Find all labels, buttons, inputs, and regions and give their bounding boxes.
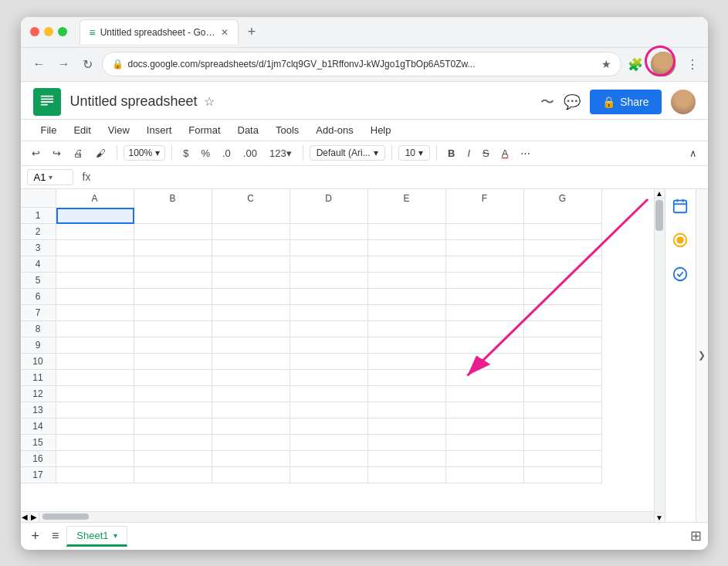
sheet-tab-sheet1[interactable]: Sheet1 ▾ xyxy=(66,526,127,547)
sheet-cell[interactable] xyxy=(56,386,134,402)
scroll-up-button[interactable]: ▲ xyxy=(655,189,664,198)
menu-format[interactable]: Format xyxy=(181,121,228,139)
tab-close-button[interactable]: ✕ xyxy=(221,27,229,38)
sheet-list-button[interactable]: ≡ xyxy=(47,526,63,546)
format-paint-button[interactable]: 🖌 xyxy=(91,144,110,162)
sheet-cell[interactable] xyxy=(524,370,602,386)
menu-tools[interactable]: Tools xyxy=(268,121,306,139)
close-window-button[interactable] xyxy=(30,27,39,36)
sheet-cell[interactable] xyxy=(368,305,446,321)
sheet-cell[interactable] xyxy=(134,451,212,467)
sheet-cell[interactable] xyxy=(212,273,290,289)
sheet-cell[interactable] xyxy=(368,402,446,419)
calendar-sidebar-icon[interactable] xyxy=(669,195,691,217)
dec0-button[interactable]: .0 xyxy=(218,144,235,162)
sheet-cell[interactable] xyxy=(446,451,524,467)
menu-data[interactable]: Data xyxy=(230,121,266,139)
tasks-check-sidebar-icon[interactable] xyxy=(669,263,691,285)
sheet-cell[interactable] xyxy=(368,337,446,354)
sheet-cell[interactable] xyxy=(134,354,212,370)
sheet-cell[interactable] xyxy=(524,451,602,467)
star-button[interactable]: ☆ xyxy=(204,94,215,109)
menu-help[interactable]: Help xyxy=(363,121,399,139)
sheet-cell[interactable] xyxy=(524,305,602,321)
sheet-cell[interactable] xyxy=(56,305,134,321)
sheet-cell[interactable] xyxy=(290,435,368,451)
maximize-window-button[interactable] xyxy=(58,27,67,36)
user-avatar-top[interactable] xyxy=(651,52,676,76)
back-button[interactable]: ← xyxy=(30,54,49,74)
sheet-cell[interactable] xyxy=(134,240,212,256)
trend-icon[interactable]: 〜 xyxy=(540,93,554,111)
sheet-cell[interactable] xyxy=(524,386,602,402)
sheet-cell[interactable] xyxy=(524,419,602,435)
spreadsheet-title[interactable]: Untitled spreadsheet xyxy=(70,93,198,110)
sheet-cell[interactable] xyxy=(290,337,368,354)
formula-input[interactable] xyxy=(100,171,701,183)
sheet-cell[interactable] xyxy=(446,256,524,273)
currency-button[interactable]: $ xyxy=(178,144,193,162)
sheet-cell[interactable] xyxy=(446,273,524,289)
collapse-toolbar-button[interactable]: ∧ xyxy=(685,144,702,162)
menu-insert[interactable]: Insert xyxy=(139,121,180,139)
sheet-cell[interactable] xyxy=(212,435,290,451)
more-button[interactable]: ⋯ xyxy=(516,144,535,162)
cell-reference[interactable]: A1 ▾ xyxy=(27,169,73,185)
sheet-cell[interactable] xyxy=(56,467,134,483)
sheet-cell[interactable] xyxy=(134,208,212,224)
refresh-button[interactable]: ↻ xyxy=(80,54,96,75)
sheet-cell[interactable] xyxy=(290,451,368,467)
comment-icon[interactable]: 💬 xyxy=(564,93,581,110)
sheet-cell[interactable] xyxy=(446,224,524,240)
sheet-cell[interactable] xyxy=(212,224,290,240)
sheet-cell[interactable] xyxy=(368,321,446,337)
menu-view[interactable]: View xyxy=(100,121,137,139)
sheet-cell[interactable] xyxy=(56,419,134,435)
format-num-button[interactable]: 123▾ xyxy=(265,144,296,162)
scroll-left-button[interactable]: ◀ xyxy=(21,512,30,521)
extensions-icon[interactable]: 🧩 xyxy=(628,57,643,72)
sheet-cell[interactable] xyxy=(524,354,602,370)
sheet-cell[interactable] xyxy=(368,289,446,305)
sheet-cell[interactable] xyxy=(56,289,134,305)
sheet-cell[interactable] xyxy=(524,289,602,305)
sheet-cell[interactable] xyxy=(56,224,134,240)
sheet-cell[interactable] xyxy=(446,435,524,451)
sheet-cell[interactable] xyxy=(524,256,602,273)
sheet-cell[interactable] xyxy=(134,273,212,289)
active-tab[interactable]: ≡ Untitled spreadsheet - Google ✕ xyxy=(80,19,239,44)
sheet-cell[interactable] xyxy=(134,305,212,321)
sheet-cell[interactable] xyxy=(368,451,446,467)
menu-addons[interactable]: Add-ons xyxy=(308,121,361,139)
sheet-cell[interactable] xyxy=(134,435,212,451)
sheet-tab-dropdown[interactable]: ▾ xyxy=(113,531,117,540)
sheet-cell[interactable] xyxy=(290,402,368,419)
sheet-cell[interactable] xyxy=(446,208,524,224)
sheet-cell[interactable] xyxy=(56,354,134,370)
sheet-cell[interactable] xyxy=(524,208,602,224)
scroll-right-button[interactable]: ▶ xyxy=(30,512,39,521)
sheet-cell[interactable] xyxy=(368,240,446,256)
sheet-cell[interactable] xyxy=(290,273,368,289)
new-tab-button[interactable]: + xyxy=(245,21,259,43)
sheet-cell[interactable] xyxy=(212,305,290,321)
scroll-down-button[interactable]: ▼ xyxy=(655,513,664,522)
sheet-cell[interactable] xyxy=(134,467,212,483)
sheet-cell[interactable] xyxy=(368,386,446,402)
sheet-cell[interactable] xyxy=(56,337,134,354)
font-size-dropdown[interactable]: 10 ▾ xyxy=(398,145,430,161)
menu-file[interactable]: File xyxy=(33,121,65,139)
minimize-window-button[interactable] xyxy=(44,27,53,36)
sheet-cell[interactable] xyxy=(134,386,212,402)
strikethrough-button[interactable]: S xyxy=(478,144,494,162)
h-scroll-thumb[interactable] xyxy=(42,513,89,520)
sheet-cell[interactable] xyxy=(134,419,212,435)
sheet-cell[interactable] xyxy=(446,354,524,370)
sheet-cell[interactable] xyxy=(56,435,134,451)
sheet-cell[interactable] xyxy=(524,240,602,256)
bold-button[interactable]: B xyxy=(443,144,459,162)
sheet-cell[interactable] xyxy=(56,402,134,419)
sheet-cell[interactable] xyxy=(290,240,368,256)
sheet-cell[interactable] xyxy=(368,467,446,483)
user-avatar-sheets[interactable] xyxy=(671,90,696,114)
